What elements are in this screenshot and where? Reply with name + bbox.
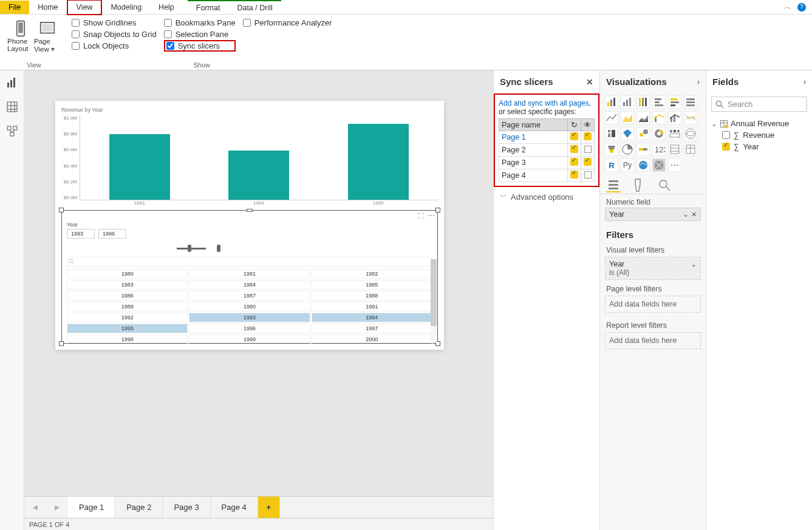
viz-type-icon[interactable]: Py	[621, 158, 634, 172]
viz-type-icon[interactable]: 123	[652, 143, 666, 156]
viz-type-icon[interactable]	[684, 111, 697, 124]
page-prev-button[interactable]: ◄	[24, 497, 46, 518]
bar-1994[interactable]	[228, 151, 289, 200]
viz-type-icon[interactable]	[605, 95, 618, 109]
bookmarks-pane-checkbox[interactable]: Bookmarks Pane	[164, 17, 236, 29]
viz-type-icon[interactable]	[652, 158, 666, 172]
year-cell[interactable]: 1993	[189, 313, 310, 322]
report-view-icon[interactable]	[6, 76, 18, 89]
sync-checkbox[interactable]	[568, 157, 581, 169]
bar-1995[interactable]	[348, 124, 409, 200]
year-cell[interactable]: 1986	[67, 291, 188, 301]
add-page-button[interactable]: +	[258, 497, 280, 518]
tab-home[interactable]: Home	[29, 1, 66, 14]
tab-format[interactable]: Format	[188, 1, 229, 15]
page-tab[interactable]: Page 2	[115, 497, 163, 518]
viz-type-icon[interactable]	[605, 127, 618, 140]
viz-type-icon[interactable]	[621, 95, 634, 109]
visible-checkbox[interactable]	[581, 157, 595, 169]
sync-page-row[interactable]: Page 2	[499, 144, 568, 157]
visible-checkbox[interactable]	[581, 131, 595, 144]
viz-type-icon[interactable]	[636, 158, 650, 172]
year-cell[interactable]: 1980	[67, 269, 188, 279]
year-cell[interactable]: 1995	[67, 324, 188, 333]
viz-type-icon[interactable]: ⋯	[668, 158, 681, 172]
data-view-icon[interactable]	[6, 101, 18, 113]
fields-tab-icon[interactable]	[606, 178, 621, 192]
year-cell[interactable]: 1992	[67, 313, 188, 322]
viz-type-icon[interactable]	[652, 95, 666, 109]
viz-type-icon[interactable]: R	[605, 158, 618, 172]
numeric-field-well[interactable]: Year ⌄ ✕	[605, 208, 701, 221]
slicer-visual[interactable]: ⛶ ⋯ Year 1993 1996	[61, 210, 438, 344]
drag-handle-icon[interactable]	[247, 209, 253, 212]
collapse-pane-icon[interactable]: ›	[803, 78, 806, 86]
ribbon-collapse-icon[interactable]: ︿	[784, 2, 791, 12]
selection-pane-checkbox[interactable]: Selection Pane	[164, 29, 236, 40]
viz-type-icon[interactable]	[605, 111, 618, 124]
range-to-input[interactable]: 1996	[98, 229, 126, 239]
viz-type-icon[interactable]	[668, 111, 681, 124]
visible-checkbox[interactable]	[581, 144, 595, 157]
year-cell[interactable]: 1990	[189, 302, 310, 311]
sync-checkbox[interactable]	[568, 169, 581, 182]
year-cell[interactable]: 1981	[189, 269, 310, 279]
page-tab[interactable]: Page 4	[211, 497, 258, 518]
advanced-options-toggle[interactable]: ﹀ Advanced options	[494, 187, 599, 207]
sync-slicers-checkbox[interactable]: Sync slicers	[164, 40, 236, 52]
sync-checkbox[interactable]	[568, 131, 581, 144]
sync-page-row[interactable]: Page 4	[499, 169, 568, 182]
year-cell[interactable]: 1994	[312, 313, 432, 322]
range-slider[interactable]	[67, 242, 432, 254]
viz-type-icon[interactable]	[652, 127, 666, 140]
show-gridlines-checkbox[interactable]: Show Gridlines	[72, 17, 157, 29]
page-next-button[interactable]: ►	[46, 497, 68, 518]
page-tab[interactable]: Page 3	[163, 497, 210, 518]
viz-type-icon[interactable]	[636, 143, 650, 156]
viz-type-icon[interactable]	[636, 95, 650, 109]
year-cell[interactable]: 1987	[189, 291, 310, 301]
year-cell[interactable]: 1984	[189, 280, 310, 290]
page-view-button[interactable]: Page View ▾	[34, 17, 61, 53]
viz-type-icon[interactable]	[652, 111, 666, 124]
sync-checkbox[interactable]	[568, 144, 581, 157]
analytics-tab-icon[interactable]	[657, 178, 672, 192]
viz-type-icon[interactable]	[684, 143, 697, 156]
year-cell[interactable]: 2000	[312, 335, 432, 344]
report-canvas[interactable]: Revenue by Year $1.0M$0.8M$0.6M$0.4M$0.2…	[55, 101, 444, 350]
remove-field-icon[interactable]: ✕	[691, 211, 697, 219]
viz-type-icon[interactable]	[668, 143, 681, 156]
field-year[interactable]: ∑ Year	[711, 141, 807, 152]
focus-mode-icon[interactable]: ⛶	[418, 212, 424, 219]
viz-type-icon[interactable]	[668, 127, 681, 140]
field-revenue[interactable]: ∑ Revenue	[711, 129, 807, 141]
year-cell[interactable]: 1982	[312, 269, 432, 279]
snap-to-grid-checkbox[interactable]: Snap Objects to Grid	[72, 29, 157, 40]
viz-type-icon[interactable]	[621, 127, 634, 140]
viz-type-icon[interactable]	[621, 143, 634, 156]
viz-type-icon[interactable]	[684, 127, 697, 140]
close-icon[interactable]: ✕	[586, 77, 593, 87]
collapse-pane-icon[interactable]: ›	[697, 78, 700, 86]
year-cell[interactable]: 1983	[67, 280, 188, 290]
viz-type-icon[interactable]	[684, 95, 697, 109]
slicer-search[interactable]	[67, 257, 432, 267]
performance-analyzer-checkbox[interactable]: Performance Analyzer	[243, 17, 332, 29]
year-cell[interactable]: 1989	[67, 302, 188, 311]
chevron-down-icon[interactable]: ⌄	[683, 210, 689, 219]
format-tab-icon[interactable]	[632, 178, 646, 192]
year-cell[interactable]: 1996	[189, 324, 310, 333]
year-cell[interactable]: 1998	[67, 335, 188, 344]
viz-type-icon[interactable]	[636, 111, 650, 124]
viz-type-icon[interactable]	[605, 143, 618, 156]
add-sync-all-link[interactable]: Add and sync with all pages,	[499, 99, 591, 107]
visual-filter-year[interactable]: Year⌄ is (All)	[605, 257, 701, 280]
tab-file[interactable]: File	[0, 1, 29, 14]
bar-1993[interactable]	[109, 134, 170, 200]
phone-layout-button[interactable]: Phone Layout	[7, 17, 34, 53]
help-icon[interactable]: ?	[797, 3, 806, 12]
year-cell[interactable]: 1988	[312, 291, 432, 301]
year-cell[interactable]: 1991	[312, 302, 432, 311]
page-filter-dropzone[interactable]: Add data fields here	[605, 296, 701, 313]
range-from-input[interactable]: 1993	[67, 229, 95, 239]
